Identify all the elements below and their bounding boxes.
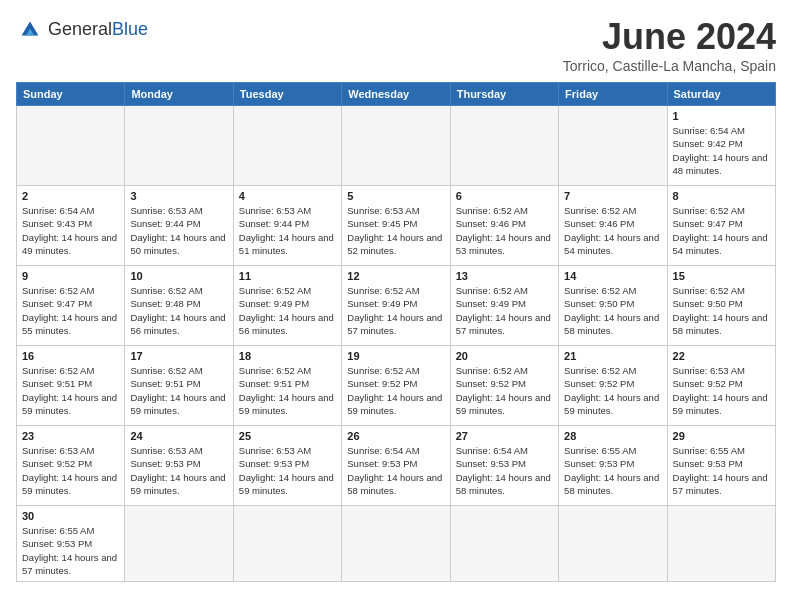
- day-info: Sunrise: 6:55 AMSunset: 9:53 PMDaylight:…: [564, 444, 661, 497]
- day-info: Sunrise: 6:53 AMSunset: 9:52 PMDaylight:…: [22, 444, 119, 497]
- calendar-day-cell: [450, 106, 558, 186]
- day-number: 13: [456, 270, 553, 282]
- logo: GeneralBlue: [16, 16, 148, 44]
- calendar-day-cell: 21Sunrise: 6:52 AMSunset: 9:52 PMDayligh…: [559, 346, 667, 426]
- calendar-day-cell: 10Sunrise: 6:52 AMSunset: 9:48 PMDayligh…: [125, 266, 233, 346]
- calendar-day-cell: [17, 106, 125, 186]
- calendar-day-cell: 6Sunrise: 6:52 AMSunset: 9:46 PMDaylight…: [450, 186, 558, 266]
- calendar-day-cell: 22Sunrise: 6:53 AMSunset: 9:52 PMDayligh…: [667, 346, 775, 426]
- calendar-week-row: 9Sunrise: 6:52 AMSunset: 9:47 PMDaylight…: [17, 266, 776, 346]
- day-number: 29: [673, 430, 770, 442]
- day-number: 30: [22, 510, 119, 522]
- calendar-day-header: Friday: [559, 83, 667, 106]
- calendar-day-cell: 16Sunrise: 6:52 AMSunset: 9:51 PMDayligh…: [17, 346, 125, 426]
- calendar-day-cell: 18Sunrise: 6:52 AMSunset: 9:51 PMDayligh…: [233, 346, 341, 426]
- calendar-day-cell: 9Sunrise: 6:52 AMSunset: 9:47 PMDaylight…: [17, 266, 125, 346]
- day-number: 20: [456, 350, 553, 362]
- title-area: June 2024 Torrico, Castille-La Mancha, S…: [563, 16, 776, 74]
- calendar-day-cell: 11Sunrise: 6:52 AMSunset: 9:49 PMDayligh…: [233, 266, 341, 346]
- day-info: Sunrise: 6:52 AMSunset: 9:52 PMDaylight:…: [347, 364, 444, 417]
- calendar-week-row: 2Sunrise: 6:54 AMSunset: 9:43 PMDaylight…: [17, 186, 776, 266]
- calendar-day-cell: 25Sunrise: 6:53 AMSunset: 9:53 PMDayligh…: [233, 426, 341, 506]
- generalblue-logo-icon: [16, 16, 44, 44]
- calendar-day-cell: [667, 506, 775, 582]
- calendar-day-cell: 28Sunrise: 6:55 AMSunset: 9:53 PMDayligh…: [559, 426, 667, 506]
- calendar-week-row: 16Sunrise: 6:52 AMSunset: 9:51 PMDayligh…: [17, 346, 776, 426]
- day-info: Sunrise: 6:52 AMSunset: 9:51 PMDaylight:…: [22, 364, 119, 417]
- calendar-day-cell: 4Sunrise: 6:53 AMSunset: 9:44 PMDaylight…: [233, 186, 341, 266]
- day-info: Sunrise: 6:52 AMSunset: 9:51 PMDaylight:…: [239, 364, 336, 417]
- day-number: 1: [673, 110, 770, 122]
- calendar-day-cell: [233, 506, 341, 582]
- day-info: Sunrise: 6:54 AMSunset: 9:43 PMDaylight:…: [22, 204, 119, 257]
- day-number: 9: [22, 270, 119, 282]
- calendar-day-header: Thursday: [450, 83, 558, 106]
- day-info: Sunrise: 6:52 AMSunset: 9:49 PMDaylight:…: [347, 284, 444, 337]
- calendar-day-cell: 17Sunrise: 6:52 AMSunset: 9:51 PMDayligh…: [125, 346, 233, 426]
- day-info: Sunrise: 6:53 AMSunset: 9:45 PMDaylight:…: [347, 204, 444, 257]
- calendar-day-cell: 15Sunrise: 6:52 AMSunset: 9:50 PMDayligh…: [667, 266, 775, 346]
- day-number: 22: [673, 350, 770, 362]
- day-number: 6: [456, 190, 553, 202]
- page-subtitle: Torrico, Castille-La Mancha, Spain: [563, 58, 776, 74]
- calendar-day-cell: 13Sunrise: 6:52 AMSunset: 9:49 PMDayligh…: [450, 266, 558, 346]
- logo-text: GeneralBlue: [48, 20, 148, 40]
- day-info: Sunrise: 6:53 AMSunset: 9:53 PMDaylight:…: [130, 444, 227, 497]
- day-info: Sunrise: 6:53 AMSunset: 9:52 PMDaylight:…: [673, 364, 770, 417]
- day-info: Sunrise: 6:52 AMSunset: 9:51 PMDaylight:…: [130, 364, 227, 417]
- day-info: Sunrise: 6:52 AMSunset: 9:52 PMDaylight:…: [564, 364, 661, 417]
- calendar-week-row: 1Sunrise: 6:54 AMSunset: 9:42 PMDaylight…: [17, 106, 776, 186]
- calendar-day-cell: 2Sunrise: 6:54 AMSunset: 9:43 PMDaylight…: [17, 186, 125, 266]
- day-info: Sunrise: 6:52 AMSunset: 9:46 PMDaylight:…: [564, 204, 661, 257]
- day-number: 5: [347, 190, 444, 202]
- day-number: 12: [347, 270, 444, 282]
- day-info: Sunrise: 6:52 AMSunset: 9:49 PMDaylight:…: [456, 284, 553, 337]
- calendar-day-cell: [450, 506, 558, 582]
- calendar-header-row: SundayMondayTuesdayWednesdayThursdayFrid…: [17, 83, 776, 106]
- calendar-table: SundayMondayTuesdayWednesdayThursdayFrid…: [16, 82, 776, 582]
- day-info: Sunrise: 6:54 AMSunset: 9:42 PMDaylight:…: [673, 124, 770, 177]
- day-number: 27: [456, 430, 553, 442]
- day-number: 19: [347, 350, 444, 362]
- calendar-day-cell: 7Sunrise: 6:52 AMSunset: 9:46 PMDaylight…: [559, 186, 667, 266]
- day-info: Sunrise: 6:52 AMSunset: 9:48 PMDaylight:…: [130, 284, 227, 337]
- calendar-day-cell: [342, 106, 450, 186]
- calendar-day-cell: 1Sunrise: 6:54 AMSunset: 9:42 PMDaylight…: [667, 106, 775, 186]
- day-info: Sunrise: 6:52 AMSunset: 9:49 PMDaylight:…: [239, 284, 336, 337]
- page-header: GeneralBlue June 2024 Torrico, Castille-…: [16, 16, 776, 74]
- calendar-day-cell: 26Sunrise: 6:54 AMSunset: 9:53 PMDayligh…: [342, 426, 450, 506]
- calendar-day-cell: 24Sunrise: 6:53 AMSunset: 9:53 PMDayligh…: [125, 426, 233, 506]
- day-info: Sunrise: 6:52 AMSunset: 9:50 PMDaylight:…: [564, 284, 661, 337]
- day-number: 17: [130, 350, 227, 362]
- day-info: Sunrise: 6:55 AMSunset: 9:53 PMDaylight:…: [673, 444, 770, 497]
- calendar-day-cell: 19Sunrise: 6:52 AMSunset: 9:52 PMDayligh…: [342, 346, 450, 426]
- calendar-day-cell: [125, 506, 233, 582]
- day-info: Sunrise: 6:55 AMSunset: 9:53 PMDaylight:…: [22, 524, 119, 577]
- day-number: 3: [130, 190, 227, 202]
- calendar-day-cell: 27Sunrise: 6:54 AMSunset: 9:53 PMDayligh…: [450, 426, 558, 506]
- calendar-day-cell: [233, 106, 341, 186]
- day-info: Sunrise: 6:52 AMSunset: 9:52 PMDaylight:…: [456, 364, 553, 417]
- calendar-day-header: Saturday: [667, 83, 775, 106]
- day-number: 28: [564, 430, 661, 442]
- calendar-week-row: 23Sunrise: 6:53 AMSunset: 9:52 PMDayligh…: [17, 426, 776, 506]
- calendar-week-row: 30Sunrise: 6:55 AMSunset: 9:53 PMDayligh…: [17, 506, 776, 582]
- day-info: Sunrise: 6:53 AMSunset: 9:53 PMDaylight:…: [239, 444, 336, 497]
- day-info: Sunrise: 6:53 AMSunset: 9:44 PMDaylight:…: [130, 204, 227, 257]
- day-info: Sunrise: 6:53 AMSunset: 9:44 PMDaylight:…: [239, 204, 336, 257]
- day-number: 24: [130, 430, 227, 442]
- day-number: 18: [239, 350, 336, 362]
- day-number: 4: [239, 190, 336, 202]
- day-number: 10: [130, 270, 227, 282]
- day-number: 16: [22, 350, 119, 362]
- calendar-day-cell: 29Sunrise: 6:55 AMSunset: 9:53 PMDayligh…: [667, 426, 775, 506]
- calendar-day-cell: 8Sunrise: 6:52 AMSunset: 9:47 PMDaylight…: [667, 186, 775, 266]
- calendar-day-cell: [125, 106, 233, 186]
- day-info: Sunrise: 6:52 AMSunset: 9:47 PMDaylight:…: [22, 284, 119, 337]
- calendar-day-cell: [559, 506, 667, 582]
- day-number: 11: [239, 270, 336, 282]
- day-number: 14: [564, 270, 661, 282]
- day-number: 8: [673, 190, 770, 202]
- calendar-day-header: Tuesday: [233, 83, 341, 106]
- calendar-day-cell: 12Sunrise: 6:52 AMSunset: 9:49 PMDayligh…: [342, 266, 450, 346]
